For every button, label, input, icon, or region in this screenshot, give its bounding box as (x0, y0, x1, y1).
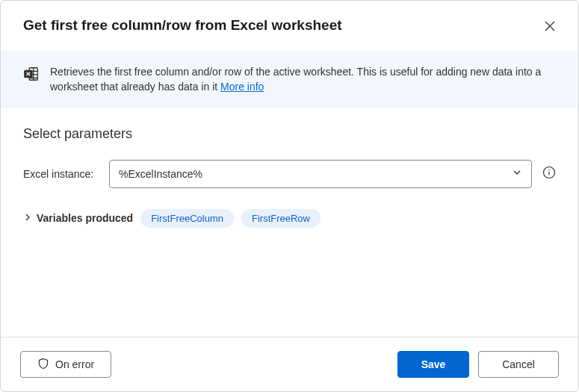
variables-produced-label: Variables produced (37, 212, 133, 224)
on-error-button[interactable]: On error (20, 351, 111, 378)
save-label: Save (421, 358, 446, 370)
on-error-label: On error (55, 358, 94, 370)
variables-produced-row: Variables produced FirstFreeColumn First… (23, 209, 556, 228)
footer-left: On error (20, 351, 111, 378)
close-icon (544, 23, 556, 34)
section-title: Select parameters (23, 126, 556, 142)
excel-instance-value: %ExcelInstance% (119, 168, 202, 180)
dialog: Get first free column/row from Excel wor… (0, 0, 579, 392)
chevron-right-icon (23, 212, 32, 224)
save-button[interactable]: Save (397, 351, 469, 378)
variable-chip-first-free-column[interactable]: FirstFreeColumn (140, 209, 234, 228)
close-button[interactable] (541, 17, 559, 37)
excel-instance-info-button[interactable] (542, 166, 556, 181)
cancel-button[interactable]: Cancel (478, 351, 559, 378)
variables-produced-toggle[interactable]: Variables produced (23, 212, 133, 224)
dialog-header: Get first free column/row from Excel wor… (1, 1, 578, 51)
svg-point-9 (548, 169, 550, 171)
info-description: Retrieves the first free column and/or r… (50, 64, 556, 95)
excel-instance-label: Excel instance: (23, 168, 102, 180)
footer-right: Save Cancel (397, 351, 559, 378)
info-description-text: Retrieves the first free column and/or r… (50, 66, 541, 93)
info-icon (542, 166, 556, 181)
variable-chip-first-free-row[interactable]: FirstFreeRow (241, 209, 321, 228)
shield-icon (37, 358, 49, 372)
excel-instance-dropdown[interactable]: %ExcelInstance% (109, 160, 532, 188)
info-banner: Retrieves the first free column and/or r… (1, 51, 578, 108)
dialog-footer: On error Save Cancel (1, 337, 578, 391)
chevron-down-icon (512, 167, 522, 181)
cancel-label: Cancel (502, 358, 535, 370)
more-info-link[interactable]: More info (220, 81, 264, 93)
dialog-content: Select parameters Excel instance: %Excel… (1, 108, 578, 337)
excel-icon (23, 66, 40, 85)
excel-instance-field-row: Excel instance: %ExcelInstance% (23, 160, 556, 188)
dialog-title: Get first free column/row from Excel wor… (23, 17, 342, 34)
